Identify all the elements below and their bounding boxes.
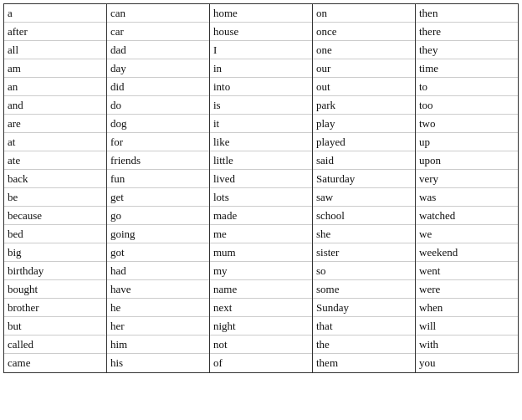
word-cell: out xyxy=(313,78,415,96)
word-cell: called xyxy=(4,335,106,354)
word-cell: made xyxy=(210,207,312,225)
column-2: cancardaddaydiddodogforfriendsfungetgogo… xyxy=(107,4,210,372)
word-cell: it xyxy=(210,115,312,133)
word-cell: be xyxy=(4,188,106,207)
word-cell: but xyxy=(4,317,106,335)
word-cell: very xyxy=(416,170,518,188)
word-cell: her xyxy=(107,317,209,335)
word-cell: were xyxy=(416,280,518,299)
word-cell: name xyxy=(210,280,312,299)
word-cell: with xyxy=(416,335,518,354)
word-cell: one xyxy=(313,41,415,59)
word-cell: play xyxy=(313,115,415,133)
word-cell: his xyxy=(107,354,209,372)
word-cell: car xyxy=(107,23,209,41)
word-cell: home xyxy=(210,4,312,23)
word-cell: am xyxy=(4,59,106,78)
word-cell: all xyxy=(4,41,106,59)
word-cell: came xyxy=(4,354,106,372)
word-cell: played xyxy=(313,133,415,151)
word-cell: a xyxy=(4,4,106,23)
word-cell: and xyxy=(4,96,106,115)
word-cell: did xyxy=(107,78,209,96)
word-cell: time xyxy=(416,59,518,78)
word-cell: school xyxy=(313,207,415,225)
word-cell: after xyxy=(4,23,106,41)
word-cell: she xyxy=(313,225,415,243)
word-cell: lots xyxy=(210,188,312,207)
word-cell: for xyxy=(107,133,209,151)
word-cell: house xyxy=(210,23,312,41)
word-cell: brother xyxy=(4,299,106,317)
word-cell: upon xyxy=(416,151,518,170)
word-grid: aafterallamanandareatatebackbebecausebed… xyxy=(3,3,519,373)
word-cell: like xyxy=(210,133,312,151)
word-cell: dad xyxy=(107,41,209,59)
word-cell: night xyxy=(210,317,312,335)
word-cell: Sunday xyxy=(313,299,415,317)
word-cell: the xyxy=(313,335,415,354)
word-cell: saw xyxy=(313,188,415,207)
word-cell: day xyxy=(107,59,209,78)
word-cell: birthday xyxy=(4,262,106,280)
word-cell: an xyxy=(4,78,106,96)
word-cell: you xyxy=(416,354,518,372)
word-cell: too xyxy=(416,96,518,115)
word-cell: Saturday xyxy=(313,170,415,188)
word-cell: ate xyxy=(4,151,106,170)
word-cell: he xyxy=(107,299,209,317)
word-cell: get xyxy=(107,188,209,207)
word-cell: so xyxy=(313,262,415,280)
word-cell: they xyxy=(416,41,518,59)
word-cell: on xyxy=(313,4,415,23)
word-cell: watched xyxy=(416,207,518,225)
word-cell: weekend xyxy=(416,243,518,262)
column-5: thentheretheytimetotootwoupuponverywaswa… xyxy=(416,4,518,372)
word-cell: is xyxy=(210,96,312,115)
word-cell: them xyxy=(313,354,415,372)
word-cell: at xyxy=(4,133,106,151)
word-cell: have xyxy=(107,280,209,299)
word-cell: friends xyxy=(107,151,209,170)
word-cell: we xyxy=(416,225,518,243)
word-cell: when xyxy=(416,299,518,317)
word-cell: my xyxy=(210,262,312,280)
word-cell: two xyxy=(416,115,518,133)
word-cell: can xyxy=(107,4,209,23)
word-cell: me xyxy=(210,225,312,243)
word-cell: sister xyxy=(313,243,415,262)
word-cell: will xyxy=(416,317,518,335)
word-cell: do xyxy=(107,96,209,115)
word-cell: park xyxy=(313,96,415,115)
word-cell: next xyxy=(210,299,312,317)
word-cell: in xyxy=(210,59,312,78)
word-cell: lived xyxy=(210,170,312,188)
word-cell: our xyxy=(313,59,415,78)
word-cell: bed xyxy=(4,225,106,243)
word-cell: got xyxy=(107,243,209,262)
column-3: homehouseIinintoisitlikelittlelivedlotsm… xyxy=(210,4,313,372)
word-cell: I xyxy=(210,41,312,59)
word-cell: said xyxy=(313,151,415,170)
word-cell: little xyxy=(210,151,312,170)
word-cell: was xyxy=(416,188,518,207)
word-cell: then xyxy=(416,4,518,23)
word-cell: had xyxy=(107,262,209,280)
word-cell: dog xyxy=(107,115,209,133)
word-cell: once xyxy=(313,23,415,41)
word-cell: not xyxy=(210,335,312,354)
word-cell: to xyxy=(416,78,518,96)
word-cell: back xyxy=(4,170,106,188)
column-4: ononceoneouroutparkplayplayedsaidSaturda… xyxy=(313,4,416,372)
word-cell: fun xyxy=(107,170,209,188)
word-cell: big xyxy=(4,243,106,262)
word-cell: are xyxy=(4,115,106,133)
word-cell: that xyxy=(313,317,415,335)
column-1: aafterallamanandareatatebackbebecausebed… xyxy=(4,4,107,372)
word-cell: bought xyxy=(4,280,106,299)
word-cell: into xyxy=(210,78,312,96)
word-cell: him xyxy=(107,335,209,354)
word-cell: mum xyxy=(210,243,312,262)
word-cell: going xyxy=(107,225,209,243)
word-cell: of xyxy=(210,354,312,372)
